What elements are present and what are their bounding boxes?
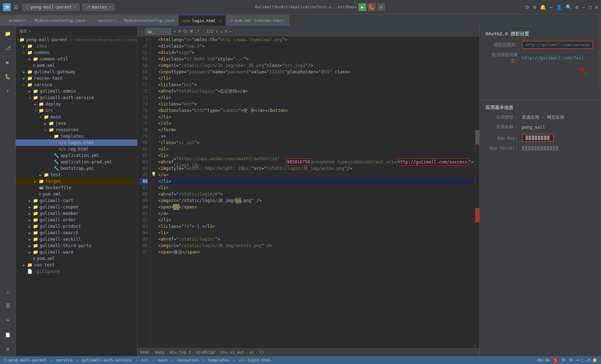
- code-lines[interactable]: <html lang="en" xmlns:th="http://www.thy…: [157, 36, 475, 348]
- tree-reg-html[interactable]: </> reg.html: [16, 146, 137, 152]
- problems-icon[interactable]: ⚠: [4, 287, 12, 296]
- tree-auth-service[interactable]: ▾ 📁 gulimall-auth-service: [16, 94, 137, 101]
- code-content[interactable]: 2 27 31 55 68 69 70 71 72 73 74 75 76 77…: [137, 36, 479, 348]
- clear-search-icon[interactable]: ✕: [174, 29, 176, 34]
- scrollbar-thumb[interactable]: [475, 130, 479, 144]
- search-icon[interactable]: 🔍: [566, 4, 572, 10]
- tree-common[interactable]: ▾ 📁 common: [16, 49, 137, 56]
- tree-product[interactable]: ▶ 📁 gulimall-product: [16, 223, 137, 230]
- tree-login-html[interactable]: </> login.html: [16, 139, 137, 146]
- tree-cart[interactable]: ▶ 📁 gulimall-cart: [16, 197, 137, 204]
- tree-resources[interactable]: ▾ 📁 resources: [16, 127, 137, 133]
- tree-coupon[interactable]: ▶ 📁 gulimall-coupon: [16, 204, 137, 210]
- notifications-icon[interactable]: 🔔: [540, 4, 546, 10]
- gear-icon[interactable]: ⚙: [575, 4, 578, 10]
- search-box[interactable]: [145, 28, 171, 35]
- tree-target[interactable]: ▶ 📁 target: [16, 178, 137, 185]
- tree-main[interactable]: ▾ 📁 main: [16, 114, 137, 120]
- tree-application-yml[interactable]: 🔧 application.yml: [16, 152, 137, 159]
- tree-third-party[interactable]: ▶ 📁 gulimall-third-party: [16, 242, 137, 249]
- code-line-87: <li>: [158, 185, 474, 191]
- tree-order[interactable]: ▶ 📁 gulimall-order: [16, 217, 137, 223]
- tab-close-button[interactable]: ✕: [219, 19, 221, 23]
- profiler-icon[interactable]: ⚡: [4, 87, 12, 95]
- next-match-icon[interactable]: ↓: [220, 29, 223, 34]
- account-icon[interactable]: 👤: [556, 4, 562, 10]
- ln-91: 91: [140, 210, 148, 217]
- right-panel-scrollbar[interactable]: [598, 26, 601, 86]
- regex-icon[interactable]: .*: [195, 29, 200, 34]
- tree-gateway[interactable]: ▶ 📁 gulimall-gateway: [16, 69, 137, 75]
- tab-pom-xml[interactable]: m pom.xml (renren-fast): [226, 15, 289, 26]
- breadcrumb-div-sign: div#sign: [196, 350, 215, 355]
- tree-java[interactable]: ▶ 📁 java: [16, 120, 137, 127]
- project-selector[interactable]: ⬡ peng-mall-parent ▾: [23, 4, 79, 11]
- coverage-button[interactable]: ⚙: [377, 3, 385, 11]
- terminal-icon[interactable]: ⌨: [4, 316, 12, 325]
- commit-icon[interactable]: ⎇: [4, 44, 12, 52]
- project-icon-btn[interactable]: 📁: [4, 29, 12, 38]
- tree-bootstrap-yml[interactable]: 🔧 bootstrap.yml: [16, 165, 137, 172]
- tree-ware[interactable]: ▶ 📁 gulimall-ware: [16, 249, 137, 255]
- close-icon[interactable]: ✕: [595, 4, 598, 10]
- keyboard-icon[interactable]: ⌨: [577, 358, 579, 363]
- tree-common-util[interactable]: ▶ 📁 common-util: [16, 56, 137, 62]
- tree-service[interactable]: ▾ 📁 service: [16, 82, 137, 88]
- vertical-scrollbar[interactable]: [475, 36, 479, 348]
- bottom-encoding[interactable]: 中: [562, 358, 566, 363]
- tree-dockerfile[interactable]: 🐳 Dockerfile: [16, 185, 137, 191]
- more-options-icon[interactable]: ⋯: [229, 29, 232, 34]
- search-input[interactable]: [147, 29, 169, 34]
- run-icon[interactable]: ▶: [4, 58, 12, 67]
- hamburger-menu[interactable]: ☰: [14, 4, 18, 10]
- tree-gulimall-admin[interactable]: ▶ 📁 gulimall-admin: [16, 88, 137, 94]
- tab-seckill-redisson[interactable]: ☕ seckill\...MyRedissonConfig.java: [89, 15, 179, 26]
- tree-src[interactable]: ▾ 📁 src: [16, 107, 137, 114]
- tree-templates[interactable]: ▾ 📁 templates: [16, 133, 137, 139]
- tree-test[interactable]: ▶ 📁 test: [16, 172, 137, 178]
- branch-selector[interactable]: ⎇ master ▾: [82, 4, 115, 11]
- tree-common-pom[interactable]: m pom.xml: [16, 62, 137, 69]
- tree-application-prod-yml[interactable]: 🔧 application-prod.yml: [16, 159, 137, 165]
- debug-button[interactable]: 🐛: [368, 3, 376, 11]
- layout-icon[interactable]: ⬚: [581, 358, 583, 363]
- tree-deploy[interactable]: ▶ 📁 deploy: [16, 101, 137, 107]
- case-icon[interactable]: Cc: [184, 29, 188, 34]
- prev-match-icon[interactable]: ↑: [216, 29, 218, 34]
- tree-sso-test[interactable]: ▶ 📁 sso-test: [16, 262, 137, 268]
- minimize-icon[interactable]: —: [582, 4, 585, 10]
- filter-icon[interactable]: ▽: [225, 29, 227, 34]
- tree-label: common: [34, 50, 49, 55]
- git-icon[interactable]: ⎇: [586, 358, 590, 363]
- run-button[interactable]: ▶: [358, 3, 366, 11]
- settings-icon[interactable]: ⚙: [533, 4, 536, 10]
- tree-search[interactable]: ▶ 📁 gulimall-search: [16, 230, 137, 236]
- tree-idea[interactable]: ▶ 📁 .idea: [16, 43, 137, 49]
- tab-login-html[interactable]: </> login.html ✕: [179, 15, 226, 26]
- tree-renren-fast[interactable]: ▶ 📁 renren-fast: [16, 75, 137, 82]
- bottom-ime[interactable]: 中: [569, 358, 573, 363]
- sep: ›: [151, 350, 154, 355]
- code-line-71: <li class="bri">: [158, 82, 474, 88]
- structure-icon[interactable]: ≡: [4, 345, 12, 353]
- tree-label: resources: [55, 127, 79, 132]
- tree-root[interactable]: ▾ 📁 peng-mall-parent E:\Data\gitCode\pen…: [16, 36, 137, 43]
- notification-icon[interactable]: 🔔: [592, 358, 597, 363]
- code-line-95: <a href="/static/login/">: [158, 236, 474, 242]
- event-log-icon[interactable]: 📋: [4, 330, 12, 339]
- debug-icon[interactable]: 🐛: [4, 72, 12, 81]
- tab-product-redisson[interactable]: ☕ product\...MyRedissonConfig.java: [0, 15, 89, 26]
- maximize-icon[interactable]: □: [588, 4, 591, 10]
- word-icon[interactable]: W: [190, 29, 193, 34]
- tree-auth-pom[interactable]: m pom.xml: [16, 191, 137, 197]
- tree-service-pom[interactable]: m pom.xml: [16, 255, 137, 262]
- tree-member[interactable]: ▶ 📁 gulimall-member: [16, 210, 137, 217]
- tree-seckill[interactable]: ▶ 📁 gulimall-seckill: [16, 236, 137, 242]
- app-secret-suffix: ...: [560, 146, 567, 151]
- bottom-project: ⬡ peng-mall-parent: [4, 358, 47, 363]
- update-icon[interactable]: ⟳: [525, 4, 529, 10]
- database-icon[interactable]: 🗄: [4, 302, 12, 310]
- tree-gitignore[interactable]: 📄 .gitignore: [16, 268, 137, 275]
- more-icon[interactable]: ⋯: [549, 4, 552, 10]
- refresh-icon[interactable]: ⟳: [178, 29, 181, 34]
